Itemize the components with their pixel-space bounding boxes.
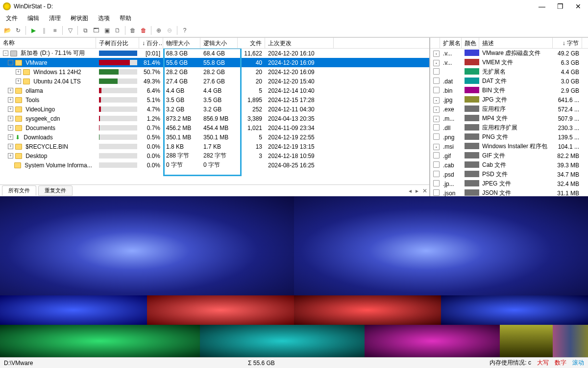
file-icon bbox=[433, 171, 440, 177]
tab-all-files[interactable]: 所有文件 bbox=[2, 185, 36, 196]
explorer-icon[interactable]: 🗔 bbox=[92, 26, 100, 35]
expand-icon[interactable]: + bbox=[8, 97, 13, 103]
file-icon: • bbox=[433, 144, 440, 150]
expand-icon[interactable]: + bbox=[8, 88, 13, 93]
expand-icon[interactable]: + bbox=[16, 69, 21, 75]
row-name: $RECYCLE.BIN bbox=[25, 143, 68, 150]
col-logical[interactable]: 逻辑大小 bbox=[200, 38, 238, 48]
close-button[interactable]: ✕ bbox=[575, 2, 581, 10]
zoom-in-icon[interactable]: ⊕ bbox=[154, 26, 163, 35]
copy-icon[interactable]: ⧉ bbox=[81, 26, 90, 35]
color-swatch bbox=[465, 78, 479, 84]
menubar: 文件 编辑 清理 树状图 选项 帮助 bbox=[0, 13, 588, 24]
minimize-button[interactable]: — bbox=[539, 2, 545, 10]
expand-icon[interactable]: + bbox=[8, 144, 13, 149]
drive-row[interactable]: − 新加卷 (D:) · 71.1% 可用 [0:01] 68.3 GB 68.… bbox=[0, 49, 429, 58]
menu-help[interactable]: 帮助 bbox=[116, 13, 135, 24]
row-name: Downloads bbox=[24, 134, 52, 141]
col-files[interactable]: 文件 bbox=[238, 38, 265, 48]
expand-icon[interactable]: + bbox=[8, 116, 13, 121]
expand-icon[interactable]: + bbox=[8, 106, 13, 112]
expand-icon[interactable]: − bbox=[3, 51, 8, 56]
tree-row[interactable]: + Desktop 0.0% 288 字节 282 字节 3 2024-12-1… bbox=[0, 151, 429, 160]
ext-row[interactable]: .png PNG 文件 139.5 ... bbox=[430, 132, 588, 142]
treemap[interactable] bbox=[0, 196, 588, 325]
col-ext[interactable]: 扩展名 bbox=[440, 38, 462, 48]
open-icon[interactable]: 📂 bbox=[3, 26, 12, 35]
help-icon[interactable]: ? bbox=[180, 26, 189, 35]
ext-row[interactable]: .json JSON 文件 31.1 MB bbox=[430, 188, 588, 196]
tree-row[interactable]: + Tools 5.1% 3.5 GB 3.5 GB 1,895 2024-12… bbox=[0, 95, 429, 105]
doc-icon[interactable]: 🗋 bbox=[113, 26, 122, 35]
delete-perm-icon[interactable]: 🗑 bbox=[139, 26, 148, 35]
tree-row[interactable]: + VideoLingo 4.7% 3.2 GB 3.2 GB 252 2024… bbox=[0, 105, 429, 114]
ext-row[interactable]: • .jpg JPG 文件 641.6 ... bbox=[430, 95, 588, 105]
ext-row[interactable]: • .v... VMware 虚拟磁盘文件 49.2 GB bbox=[430, 49, 588, 58]
expand-icon[interactable]: + bbox=[8, 125, 13, 131]
tree-pane: 名称 子树百分比 ↓ 百分… 物理大小 逻辑大小 文件 上次更改 − 新加卷 (… bbox=[0, 38, 430, 196]
maximize-button[interactable]: ❐ bbox=[557, 2, 564, 10]
tab-duplicates[interactable]: 重复文件 bbox=[38, 185, 73, 196]
row-name: Tools bbox=[25, 97, 39, 104]
menu-options[interactable]: 选项 bbox=[94, 13, 114, 24]
col-name[interactable]: 名称 bbox=[0, 38, 96, 48]
file-icon: • bbox=[433, 116, 440, 122]
color-swatch bbox=[465, 96, 479, 103]
tree-row[interactable]: − VMware 81.4% 55.6 GB 55.8 GB 40 2024-1… bbox=[0, 58, 429, 67]
col-bytes[interactable]: ↓ 字节 bbox=[553, 38, 582, 48]
ext-row[interactable]: .bin BIN 文件 2.9 GB bbox=[430, 86, 588, 95]
menu-cleanup[interactable]: 清理 bbox=[45, 13, 65, 24]
tree-row[interactable]: + Ubuntu 24.04 LTS 49.3% 27.4 GB 27.6 GB… bbox=[0, 77, 429, 86]
treemap-strip[interactable] bbox=[0, 325, 588, 357]
play-icon[interactable]: ▶ bbox=[29, 26, 38, 35]
color-swatch bbox=[465, 180, 479, 186]
tree-row[interactable]: + ollama 6.4% 4.4 GB 4.4 GB 5 2024-12-14… bbox=[0, 86, 429, 95]
ext-row[interactable]: .jp... JPEG 文件 32.4 MB bbox=[430, 179, 588, 188]
col-subtree[interactable]: 子树百分比 bbox=[96, 38, 139, 48]
filter-icon[interactable]: ▽ bbox=[66, 26, 74, 35]
pause-icon[interactable]: ‖ bbox=[40, 26, 49, 35]
ext-row[interactable]: .cab Cab 文件 39.3 MB bbox=[430, 160, 588, 170]
cmd-icon[interactable]: ▣ bbox=[102, 26, 111, 35]
zoom-out-icon[interactable]: ⊖ bbox=[165, 26, 174, 35]
col-percent[interactable]: ↓ 百分… bbox=[139, 38, 163, 48]
ext-row[interactable]: .psd PSD 文件 34.7 MB bbox=[430, 170, 588, 179]
delete-icon[interactable]: 🗑 bbox=[128, 26, 137, 35]
nav-first-icon[interactable]: ◂ bbox=[409, 187, 412, 194]
folder-icon bbox=[15, 153, 22, 159]
expand-icon[interactable]: + bbox=[8, 134, 13, 140]
menu-treemap[interactable]: 树状图 bbox=[67, 13, 92, 24]
ext-row[interactable]: • .exe 应用程序 572.4 ... bbox=[430, 105, 588, 114]
tree-row[interactable]: + Windows 11 24H2 50.7% 28.2 GB 28.2 GB … bbox=[0, 67, 429, 77]
tree-row[interactable]: System Volume Informa... 0.0% 0 字节 0 字节 … bbox=[0, 160, 429, 170]
col-desc[interactable]: 描述 bbox=[479, 38, 553, 48]
menu-file[interactable]: 文件 bbox=[2, 13, 22, 24]
menu-edit[interactable]: 编辑 bbox=[24, 13, 43, 24]
expand-icon[interactable]: − bbox=[8, 60, 13, 65]
expand-icon[interactable]: + bbox=[8, 153, 13, 158]
nav-last-icon[interactable]: ✕ bbox=[422, 187, 427, 194]
ext-row[interactable]: • .msi Windows Installer 程序包 104.1 ... bbox=[430, 142, 588, 151]
nav-play-icon[interactable]: ▸ bbox=[416, 187, 418, 194]
status-num: 数字 bbox=[555, 359, 566, 367]
tree-row[interactable]: + Documents 0.7% 456.2 MB 454.4 MB 1,021… bbox=[0, 123, 429, 132]
expand-icon[interactable]: + bbox=[16, 79, 21, 84]
ext-row[interactable]: • .m... MP4 文件 507.9 ... bbox=[430, 114, 588, 123]
status-path: D:\VMware bbox=[4, 360, 33, 367]
col-date[interactable]: 上次更改 bbox=[265, 38, 334, 48]
ext-row[interactable]: .dat DAT 文件 3.0 GB bbox=[430, 77, 588, 86]
ext-row[interactable]: .dll 应用程序扩展 230.3 ... bbox=[430, 123, 588, 132]
ext-row[interactable]: .gif GIF 文件 82.2 MB bbox=[430, 151, 588, 160]
ext-row[interactable]: • .v... VMEM 文件 6.3 GB bbox=[430, 58, 588, 67]
tree-row[interactable]: +⬇ Downloads 0.5% 350.1 MB 350.1 MB 5 20… bbox=[0, 132, 429, 142]
col-physical[interactable]: 物理大小 bbox=[163, 38, 200, 48]
tree-row[interactable]: + $RECYCLE.BIN 0.0% 1.8 KB 1.7 KB 13 202… bbox=[0, 142, 429, 151]
folder-icon bbox=[15, 88, 22, 94]
ext-row[interactable]: 无扩展名 4.4 GB bbox=[430, 67, 588, 77]
col-color[interactable]: 颜色 bbox=[462, 38, 479, 48]
drive-label: 新加卷 (D:) · 71.1% 可用 bbox=[21, 49, 85, 57]
refresh-icon[interactable]: ↻ bbox=[14, 26, 23, 35]
stop-icon[interactable]: ■ bbox=[50, 26, 59, 35]
color-swatch bbox=[465, 59, 479, 65]
tree-row[interactable]: + sysgeek_cdn 1.2% 873.2 MB 856.9 MB 3,3… bbox=[0, 114, 429, 123]
